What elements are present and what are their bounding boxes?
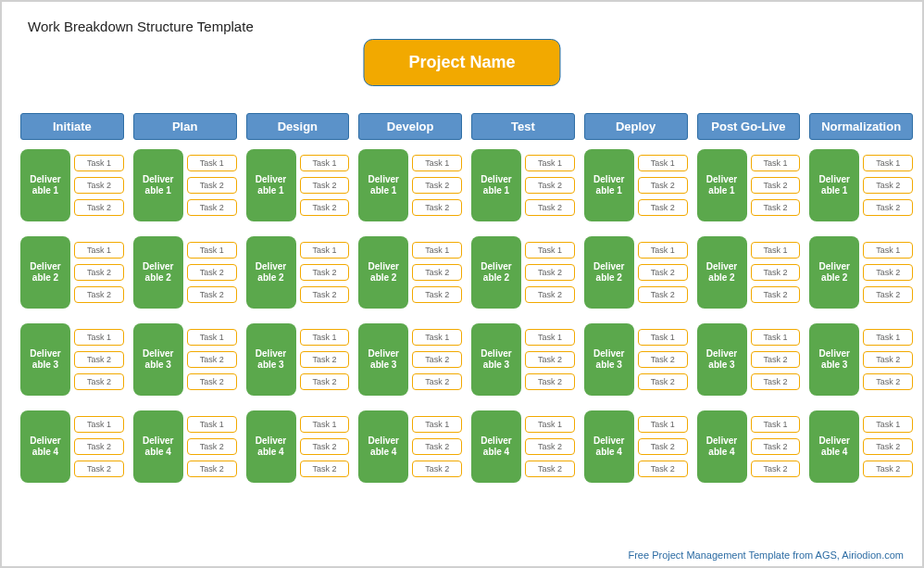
task-box: Task 2	[751, 461, 801, 477]
task-list: Task 1Task 2Task 2	[863, 323, 913, 396]
deliverable-block: Deliver able 3Task 1Task 2Task 2	[584, 323, 688, 396]
deliverable-block: Deliver able 4Task 1Task 2Task 2	[697, 410, 801, 483]
deliverable-block: Deliver able 2Task 1Task 2Task 2	[20, 236, 124, 309]
task-box: Task 2	[412, 199, 462, 216]
task-box: Task 1	[74, 155, 124, 171]
task-list: Task 1Task 2Task 2	[74, 323, 124, 396]
deliverable-block: Deliver able 1Task 1Task 2Task 2	[133, 149, 237, 221]
task-box: Task 2	[863, 351, 913, 368]
task-box: Task 1	[751, 329, 801, 346]
task-box: Task 2	[638, 351, 688, 368]
task-box: Task 2	[412, 264, 462, 281]
deliverable-block: Deliver able 3Task 1Task 2Task 2	[697, 323, 801, 396]
deliverable-block: Deliver able 1Task 1Task 2Task 2	[20, 149, 124, 221]
deliverable-box: Deliver able 2	[358, 236, 408, 309]
task-box: Task 1	[74, 329, 124, 346]
deliverable-block: Deliver able 2Task 1Task 2Task 2	[697, 236, 801, 309]
deliverable-block: Deliver able 2Task 1Task 2Task 2	[246, 236, 350, 309]
deliverable-box: Deliver able 2	[697, 236, 747, 309]
deliverable-block: Deliver able 1Task 1Task 2Task 2	[246, 149, 350, 221]
deliverable-box: Deliver able 2	[584, 236, 634, 309]
task-box: Task 2	[525, 461, 575, 477]
deliverable-box: Deliver able 4	[809, 410, 859, 483]
phase-header: Design	[246, 113, 350, 140]
deliverable-block: Deliver able 2Task 1Task 2Task 2	[133, 236, 237, 309]
task-list: Task 1Task 2Task 2	[638, 236, 688, 309]
task-list: Task 1Task 2Task 2	[638, 149, 688, 221]
task-list: Task 1Task 2Task 2	[638, 323, 688, 396]
phase-header: Post Go-Live	[697, 113, 801, 140]
deliverable-box: Deliver able 4	[471, 410, 521, 483]
task-box: Task 2	[525, 199, 575, 216]
deliverable-box: Deliver able 1	[809, 149, 859, 221]
task-box: Task 2	[638, 177, 688, 194]
canvas: Work Breakdown Structure Template Projec…	[0, 0, 924, 568]
task-list: Task 1Task 2Task 2	[74, 149, 124, 221]
task-box: Task 1	[187, 242, 237, 259]
task-box: Task 1	[638, 329, 688, 346]
deliverable-block: Deliver able 2Task 1Task 2Task 2	[471, 236, 575, 309]
task-list: Task 1Task 2Task 2	[525, 236, 575, 309]
task-box: Task 2	[751, 264, 801, 281]
deliverable-block: Deliver able 2Task 1Task 2Task 2	[584, 236, 688, 309]
deliverable-box: Deliver able 3	[133, 323, 183, 396]
phase-column: Post Go-LiveDeliver able 1Task 1Task 2Ta…	[697, 113, 801, 498]
task-box: Task 1	[525, 329, 575, 346]
phase-header: Test	[471, 113, 575, 140]
phase-column: TestDeliver able 1Task 1Task 2Task 2Deli…	[471, 113, 575, 498]
phase-column: InitiateDeliver able 1Task 1Task 2Task 2…	[20, 113, 124, 498]
project-name-box: Project Name	[363, 39, 560, 86]
task-box: Task 2	[412, 373, 462, 390]
deliverable-block: Deliver able 1Task 1Task 2Task 2	[471, 149, 575, 221]
deliverable-box: Deliver able 1	[246, 149, 296, 221]
deliverable-box: Deliver able 1	[358, 149, 408, 221]
task-list: Task 1Task 2Task 2	[300, 236, 350, 309]
deliverable-box: Deliver able 3	[471, 323, 521, 396]
task-box: Task 2	[187, 351, 237, 368]
task-box: Task 2	[525, 373, 575, 390]
phase-header: Initiate	[20, 113, 124, 140]
deliverable-box: Deliver able 4	[697, 410, 747, 483]
task-box: Task 2	[863, 438, 913, 455]
deliverable-block: Deliver able 3Task 1Task 2Task 2	[358, 323, 462, 396]
task-box: Task 1	[300, 416, 350, 433]
task-list: Task 1Task 2Task 2	[751, 323, 801, 396]
deliverable-box: Deliver able 3	[584, 323, 634, 396]
task-box: Task 2	[863, 461, 913, 477]
task-box: Task 2	[74, 264, 124, 281]
task-box: Task 1	[525, 242, 575, 259]
task-list: Task 1Task 2Task 2	[412, 149, 462, 221]
task-box: Task 2	[863, 199, 913, 216]
task-box: Task 2	[300, 461, 350, 477]
deliverable-box: Deliver able 3	[697, 323, 747, 396]
task-box: Task 2	[638, 373, 688, 390]
task-box: Task 2	[412, 351, 462, 368]
task-box: Task 2	[187, 264, 237, 281]
task-box: Task 2	[525, 264, 575, 281]
deliverable-box: Deliver able 3	[809, 323, 859, 396]
task-box: Task 1	[74, 242, 124, 259]
task-box: Task 2	[300, 199, 350, 216]
deliverable-block: Deliver able 4Task 1Task 2Task 2	[809, 410, 913, 483]
task-box: Task 1	[412, 329, 462, 346]
task-box: Task 2	[863, 373, 913, 390]
task-box: Task 2	[751, 177, 801, 194]
task-box: Task 2	[751, 438, 801, 455]
phase-column: PlanDeliver able 1Task 1Task 2Task 2Deli…	[133, 113, 237, 498]
phase-header: Deploy	[584, 113, 688, 140]
task-box: Task 1	[74, 416, 124, 433]
deliverable-box: Deliver able 1	[471, 149, 521, 221]
task-list: Task 1Task 2Task 2	[863, 236, 913, 309]
deliverable-box: Deliver able 3	[358, 323, 408, 396]
footer-attribution: Free Project Management Template from AG…	[628, 549, 904, 561]
task-box: Task 1	[412, 416, 462, 433]
task-list: Task 1Task 2Task 2	[525, 149, 575, 221]
deliverable-block: Deliver able 3Task 1Task 2Task 2	[133, 323, 237, 396]
phase-column: NormalizationDeliver able 1Task 1Task 2T…	[809, 113, 913, 498]
task-box: Task 2	[525, 177, 575, 194]
task-box: Task 1	[187, 329, 237, 346]
task-box: Task 2	[187, 177, 237, 194]
phase-header: Normalization	[809, 113, 913, 140]
task-box: Task 1	[525, 155, 575, 171]
task-list: Task 1Task 2Task 2	[300, 410, 350, 483]
